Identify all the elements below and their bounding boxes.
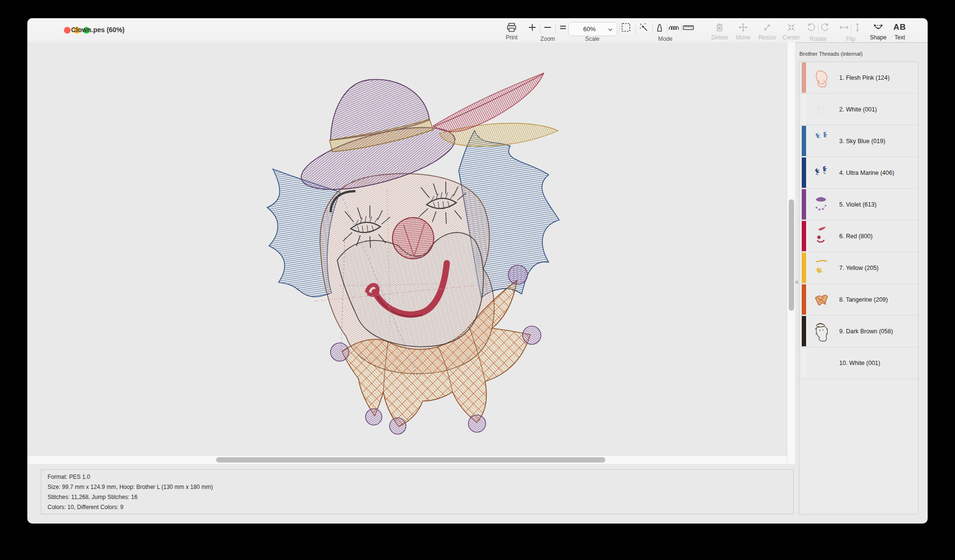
- select-mode-button[interactable]: [618, 21, 634, 34]
- center-label: Center: [783, 34, 800, 41]
- measure-mode-button[interactable]: [680, 21, 697, 34]
- thread-label: 5. Violet (613): [839, 201, 877, 208]
- design-canvas[interactable]: [27, 42, 795, 464]
- text-button[interactable]: AB Text: [879, 21, 920, 41]
- thimble-mode-button[interactable]: [652, 21, 667, 34]
- thread-label: 8. Tangerine (209): [839, 296, 888, 303]
- thread-preview-icon: [813, 320, 829, 342]
- thread-color-bar: [802, 221, 806, 251]
- chevron-down-icon: [607, 26, 613, 35]
- thread-preview-icon: [813, 98, 829, 121]
- rotate-label: Rotate: [809, 36, 826, 42]
- thread-label: 9. Dark Brown (058): [839, 328, 893, 335]
- equals-icon: [558, 21, 568, 34]
- vertical-scrollbar[interactable]: [787, 42, 795, 464]
- status-format: Format: PES 1.0: [48, 474, 90, 480]
- thread-color-bar: [802, 316, 806, 346]
- thread-color-bar: [802, 158, 806, 188]
- thread-color-bar: [802, 348, 806, 378]
- panel-splitter-handle[interactable]: [795, 280, 798, 284]
- thread-list-header: Brother Threads (internal): [799, 51, 862, 57]
- thread-label: 6. Red (800): [839, 233, 872, 240]
- thread-row[interactable]: 10. White (001): [799, 347, 918, 379]
- status-size: Size: 99.7 mm x 124.9 mm, Hoop: Brother …: [48, 484, 213, 490]
- flip-label: Flip: [846, 36, 855, 42]
- thread-label: 2. White (001): [839, 106, 877, 113]
- ruler-icon: [682, 21, 695, 34]
- horizontal-scrollbar[interactable]: [27, 455, 795, 464]
- thread-color-bar: [802, 94, 806, 124]
- titlebar[interactable]: Clown.pes (60%) Print: [27, 18, 928, 43]
- center-arrows-icon: [786, 21, 796, 34]
- thread-preview-icon: [813, 257, 829, 279]
- vertical-scrollbar-thumb[interactable]: [789, 199, 794, 311]
- flip-horizontal-button[interactable]: [837, 21, 851, 34]
- scale-value: 60%: [583, 25, 596, 33]
- thread-label: 7. Yellow (205): [839, 265, 879, 271]
- scale-label: Scale: [585, 36, 600, 42]
- thread-row[interactable]: 5. Violet (613): [799, 189, 918, 220]
- plus-icon: [527, 21, 537, 34]
- desktop: { "window": { "title": "Clown.pes (60%)"…: [0, 0, 955, 560]
- thread-label: 1. Flesh Pink (124): [839, 74, 890, 81]
- thread-label: 4. Ultra Marine (406): [839, 170, 894, 176]
- thread-preview-icon: [813, 162, 829, 184]
- thread-row[interactable]: 9. Dark Brown (058): [799, 316, 918, 347]
- magic-wand-icon: [638, 21, 649, 34]
- rotate-cw-button[interactable]: [818, 21, 833, 34]
- thread-row[interactable]: 8. Tangerine (209): [799, 284, 918, 316]
- magic-wand-mode-button[interactable]: [636, 21, 651, 34]
- thread-color-bar: [802, 126, 806, 156]
- status-colors: Colors: 10, Different Colors: 9: [48, 504, 123, 511]
- horizontal-scrollbar-thumb[interactable]: [216, 457, 605, 463]
- thread-preview-icon: [813, 194, 829, 216]
- thread-preview-icon: [813, 289, 829, 311]
- rotate-ccw-icon: [806, 21, 816, 34]
- stitch-loops-icon: [668, 21, 680, 34]
- print-label: Print: [506, 34, 518, 41]
- clown-nose: [392, 218, 434, 259]
- mode-label: Mode: [658, 36, 673, 42]
- thread-color-bar: [802, 62, 806, 93]
- thread-row[interactable]: 4. Ultra Marine (406): [799, 157, 918, 189]
- app-window: Clown.pes (60%) Print: [27, 18, 928, 523]
- thread-row[interactable]: 6. Red (800): [799, 220, 918, 252]
- thread-preview-icon: [813, 130, 829, 152]
- thread-preview-icon: [813, 67, 829, 89]
- window-title: Clown.pes (60%): [71, 26, 124, 34]
- selection-marquee-icon: [621, 21, 631, 34]
- zoom-label: Zoom: [540, 36, 555, 42]
- text-label: Text: [894, 34, 905, 41]
- thread-preview-icon: [813, 225, 829, 247]
- embroidery-design-clown: [259, 67, 567, 442]
- rotate-ccw-button[interactable]: [804, 21, 818, 34]
- scale-dropdown[interactable]: 60%: [568, 22, 617, 36]
- thread-preview-icon: [813, 352, 829, 374]
- thread-color-bar: [802, 284, 806, 315]
- thread-label: 3. Sky Blue (019): [839, 138, 885, 145]
- rotate-cw-icon: [820, 21, 831, 34]
- zoom-out-button[interactable]: [540, 21, 555, 34]
- file-info-panel: Format: PES 1.0 Size: 99.7 mm x 124.9 mm…: [41, 469, 794, 514]
- printer-icon: [506, 21, 517, 34]
- thread-row[interactable]: 7. Yellow (205): [799, 252, 918, 284]
- thread-list-panel: 1. Flesh Pink (124)2. White (001)3. Sky …: [799, 61, 918, 514]
- thread-row[interactable]: 2. White (001): [799, 94, 918, 125]
- flip-horizontal-icon: [838, 21, 850, 34]
- thimble-icon: [654, 21, 665, 34]
- minus-icon: [543, 21, 552, 34]
- thread-row[interactable]: 1. Flesh Pink (124): [799, 62, 918, 94]
- thread-color-bar: [802, 189, 806, 219]
- thread-row[interactable]: 3. Sky Blue (019): [799, 125, 918, 157]
- thread-label: 10. White (001): [839, 360, 880, 366]
- hat-feathers: [433, 73, 558, 146]
- zoom-in-button[interactable]: [525, 21, 539, 34]
- status-stitches: Stitches: 11,268, Jump Stitches: 16: [48, 494, 137, 500]
- close-button[interactable]: [64, 27, 71, 34]
- text-tool-icon: AB: [894, 23, 906, 32]
- thread-color-bar: [802, 253, 806, 283]
- stitches-mode-button[interactable]: [666, 21, 682, 34]
